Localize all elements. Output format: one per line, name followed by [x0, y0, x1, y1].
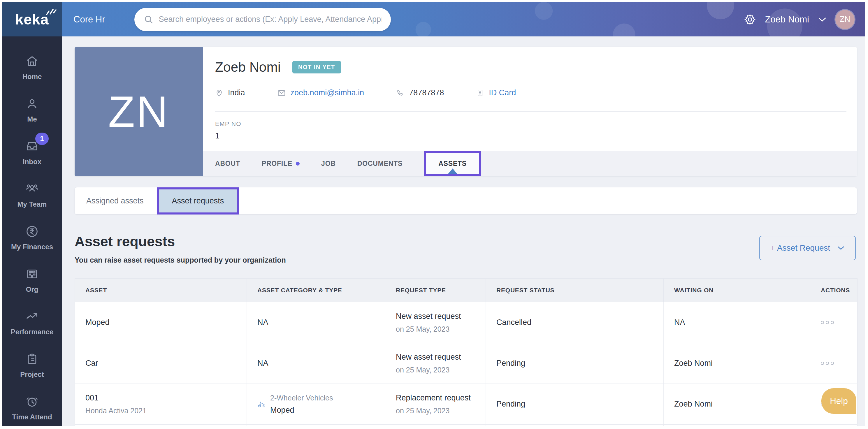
keka-logo[interactable]: keka: [2, 2, 62, 36]
asset-code: 001: [85, 393, 247, 402]
cell-waiting-on: Zoeb Nomi: [664, 384, 810, 425]
tab-about[interactable]: ABOUT: [215, 151, 240, 176]
sidebar-item-me[interactable]: Me: [2, 89, 62, 131]
table-header-row: ASSET ASSET CATEGORY & TYPE REQUEST TYPE…: [75, 279, 858, 302]
topbar-gradient: Core Hr Zoeb Nomi ZN: [62, 2, 865, 36]
sidebar-item-my-finances[interactable]: My Finances: [2, 217, 62, 259]
col-waiting-on: WAITING ON: [664, 279, 810, 302]
id-card-icon: [476, 89, 484, 97]
location-item: India: [215, 88, 245, 97]
id-card-item: ID Card: [476, 88, 516, 97]
asset-requests-table: ASSET ASSET CATEGORY & TYPE REQUEST TYPE…: [74, 278, 858, 426]
category-text: 2-Wheeler Vehicles: [270, 394, 333, 402]
row-actions-menu[interactable]: [821, 362, 838, 365]
table-row: Car NA New asset request on 25 May, 2023…: [75, 343, 858, 384]
row-actions-menu[interactable]: [821, 321, 838, 324]
location-text: India: [228, 88, 245, 97]
sidebar-item-inbox[interactable]: 1 Inbox: [2, 131, 62, 174]
cell-asset: Moped: [75, 302, 247, 343]
tab-job[interactable]: JOB: [321, 151, 336, 176]
sidebar-label: Project: [20, 370, 44, 378]
cell-request-type: New asset request on 25 May, 2023: [385, 302, 486, 343]
tab-profile[interactable]: PROFILE: [262, 151, 300, 176]
body: Home Me 1 Inbox My Team: [2, 36, 865, 426]
col-request-type: REQUEST TYPE: [385, 279, 486, 302]
cell-status: Cancelled: [486, 302, 664, 343]
keka-app: keka Core Hr Zoeb Nomi ZN: [2, 2, 865, 426]
add-asset-request-button[interactable]: + Asset Request: [759, 236, 856, 260]
sidebar-label: Inbox: [23, 158, 41, 166]
cell-asset: Car: [75, 343, 247, 384]
topbar-right: Zoeb Nomi ZN: [744, 10, 855, 29]
sidebar-label: Me: [27, 115, 37, 123]
scooter-icon: [257, 400, 266, 408]
request-date-text: on 25 May, 2023: [396, 366, 486, 374]
logo-spark-icon: [45, 6, 57, 16]
sidebar-label: Org: [26, 285, 38, 294]
phone-item: 78787878: [396, 88, 444, 97]
chevron-down-icon[interactable]: [818, 17, 827, 23]
cell-status: Pending: [486, 384, 664, 425]
user-menu[interactable]: Zoeb Nomi: [765, 14, 809, 25]
tab-assets-label: ASSETS: [438, 160, 467, 167]
sidebar-item-home[interactable]: Home: [2, 47, 62, 89]
active-tab-caret: [448, 168, 458, 174]
cell-request-type: Replacement request on 25 May, 2023: [385, 384, 486, 425]
avatar[interactable]: ZN: [835, 10, 855, 29]
id-card-link[interactable]: ID Card: [489, 88, 516, 97]
help-button[interactable]: Help: [822, 388, 856, 414]
email-link[interactable]: zoeb.nomi@simha.in: [290, 88, 364, 97]
emp-no-value: 1: [215, 131, 857, 141]
tab-assets[interactable]: ASSETS: [424, 151, 481, 176]
org-icon: [25, 267, 39, 281]
cell-status: Pending: [486, 343, 664, 384]
section-head: Asset requests You can raise asset reque…: [74, 234, 857, 264]
table-row: Moped NA New asset request on 25 May, 20…: [75, 302, 858, 343]
home-icon: [25, 55, 39, 68]
col-asset: ASSET: [75, 279, 247, 302]
performance-icon: [25, 310, 39, 323]
screenshot-frame: keka Core Hr Zoeb Nomi ZN: [0, 0, 868, 429]
sidebar-item-my-team[interactable]: My Team: [2, 174, 62, 217]
email-item: zoeb.nomi@simha.in: [277, 88, 364, 97]
cell-category: 2-Wheeler Vehicles Moped: [247, 384, 385, 425]
emp-no-label: EMP NO: [215, 120, 857, 127]
sidebar-label: My Finances: [11, 243, 53, 251]
col-request-status: REQUEST STATUS: [486, 279, 664, 302]
phone-icon: [396, 89, 404, 97]
profile-tab-strip: ABOUT PROFILE JOB DOCUMENTS ASSETS: [203, 151, 857, 176]
inbox-icon: 1: [25, 140, 39, 153]
sidebar-item-time-attend[interactable]: Time Attend: [2, 387, 62, 426]
user-icon: [25, 97, 39, 111]
tab-documents[interactable]: DOCUMENTS: [358, 151, 403, 176]
sidebar-item-org[interactable]: Org: [2, 259, 62, 302]
status-badge: NOT IN YET: [292, 61, 341, 73]
request-type-text: New asset request: [396, 312, 486, 321]
project-icon: [25, 353, 39, 366]
gear-icon[interactable]: [744, 13, 756, 26]
employee-avatar: ZN: [74, 47, 203, 176]
page-subtitle: You can raise asset requests supported b…: [74, 256, 286, 264]
sidebar-label: My Team: [18, 200, 47, 208]
topbar: keka Core Hr Zoeb Nomi ZN: [2, 2, 865, 36]
contact-row: India zoeb.nomi@simha.in 78787878 I: [203, 75, 857, 97]
profile-card-right: Zoeb Nomi NOT IN YET India zoeb.nomi@sim…: [203, 47, 857, 176]
assets-subtab-bar: Assigned assets Asset requests: [74, 187, 857, 214]
cell-category: NA: [247, 302, 385, 343]
cell-asset: 001 Honda Activa 2021: [75, 384, 247, 425]
sidebar-label: Home: [23, 72, 42, 81]
sidebar-item-project[interactable]: Project: [2, 344, 62, 387]
sidebar-item-performance[interactable]: Performance: [2, 302, 62, 344]
tab-profile-label: PROFILE: [262, 160, 292, 167]
search-icon: [144, 14, 154, 25]
brand-name: keka: [15, 11, 49, 28]
search-input[interactable]: [159, 15, 381, 24]
cell-waiting-on: Zoeb Nomi: [664, 343, 810, 384]
subtab-assigned-assets[interactable]: Assigned assets: [86, 196, 144, 206]
asset-model: Honda Activa 2021: [85, 406, 247, 415]
table-row: 001 Honda Activa 2021 2-Wheeler Vehicles…: [75, 384, 858, 425]
sidebar: Home Me 1 Inbox My Team: [2, 36, 62, 426]
subtab-asset-requests[interactable]: Asset requests: [157, 187, 239, 214]
global-search[interactable]: [134, 8, 391, 31]
module-label: Core Hr: [73, 14, 105, 25]
